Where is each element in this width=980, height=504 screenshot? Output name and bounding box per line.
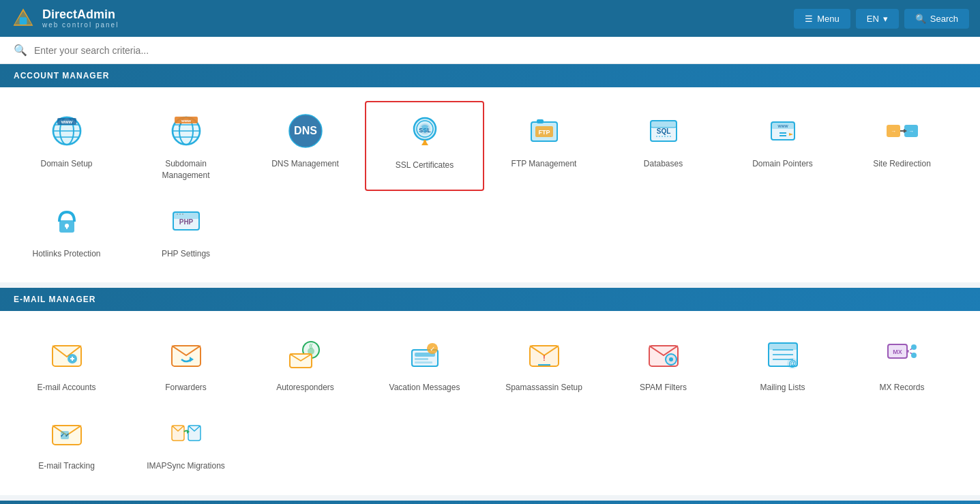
autoresponders-icon: (( [285,334,326,375]
svg-text:DNS: DNS [294,125,317,136]
imapsync-item[interactable]: IMAPSync Migrations [126,403,246,481]
vacation-label: Vacation Messages [389,382,460,394]
ssl-certificates-item[interactable]: SSL SSL Certificates [365,101,484,191]
imapsync-label: IMAPSync Migrations [147,460,225,472]
subdomain-label: SubdomainManagement [162,158,209,181]
hotlinks-label: Hotlinks Protection [32,248,100,260]
ftp-management-item[interactable]: FTP FTP Management [484,101,604,191]
svg-point-28 [424,140,426,143]
account-manager-header: ACCOUNT MANAGER [0,64,980,87]
ftp-icon: FTP [524,110,565,151]
search-button[interactable]: 🔍 Search [904,9,969,29]
hotlinks-icon [46,201,87,241]
dns-icon: DNS [285,110,326,151]
spam-filters-icon [643,334,684,375]
brand-name: DirectAdmin [42,8,119,22]
subdomain-icon: www [166,110,207,151]
search-bar: 🔍 [0,37,980,64]
ssl-label: SSL Certificates [396,160,454,171]
mailing-lists-icon: @ [762,334,803,375]
mailing-lists-label: Mailing Lists [760,382,805,394]
forwarders-icon [166,334,207,375]
search-nav-label: Search [930,14,958,24]
language-button[interactable]: EN ▾ [856,9,899,29]
svg-rect-74 [415,358,428,360]
autoresponders-label: Autoresponders [276,382,334,394]
svg-text:→: → [908,128,914,134]
navbar: DirectAdmin web control panel ☰ Menu EN … [0,0,980,37]
svg-line-95 [907,351,912,354]
email-tracking-label: E-mail Tracking [38,460,95,472]
php-icon: PHP [166,201,207,241]
navbar-right: ☰ Menu EN ▾ 🔍 Search [794,9,969,29]
svg-text:((: (( [309,343,312,349]
email-manager-section: E-MAIL MANAGER E-mail Accounts [0,288,980,495]
search-icon: 🔍 [14,44,27,57]
email-tracking-icon: ✓✓ [46,413,87,454]
hamburger-icon: ☰ [805,14,813,24]
databases-item[interactable]: SQL Databases [604,101,723,191]
email-manager-header: E-MAIL MANAGER [0,288,980,311]
svg-point-97 [911,353,917,358]
vacation-icon: ✓ [404,334,445,375]
mx-records-item[interactable]: MX MX Records [842,325,962,403]
forwarders-item[interactable]: Forwarders [126,325,246,403]
mx-records-icon: MX [882,334,923,375]
lang-label: EN [867,14,879,24]
site-redirection-icon: → → [882,110,923,151]
svg-point-84 [669,357,673,361]
search-input[interactable] [34,45,966,56]
search-nav-icon: 🔍 [915,14,926,24]
account-manager-section: ACCOUNT MANAGER www Doma [0,64,980,282]
email-accounts-label: E-mail Accounts [37,382,95,394]
domain-pointers-label: Domain Pointers [752,158,813,170]
svg-text:!: ! [543,355,545,362]
mx-records-label: MX Records [879,382,924,394]
email-accounts-icon [46,334,87,375]
svg-rect-75 [415,361,432,364]
domain-setup-label: Domain Setup [40,158,92,170]
svg-line-94 [907,349,912,351]
logo-icon [11,6,35,31]
email-tracking-item[interactable]: ✓✓ E-mail Tracking [7,403,126,481]
domain-setup-item[interactable]: www Domain Setup [7,101,126,191]
php-label: PHP Settings [162,248,210,260]
svg-rect-89 [769,343,797,350]
account-manager-body: www Domain Setup www [0,87,980,282]
email-manager-body: E-mail Accounts Forwarders [0,311,980,495]
site-redirection-label: Site Redirection [873,158,931,170]
menu-button[interactable]: ☰ Menu [794,9,850,29]
chevron-down-icon: ▾ [883,14,888,24]
svg-text:MX: MX [893,349,902,355]
subdomain-management-item[interactable]: www SubdomainManagement [126,101,246,191]
svg-text:SQL: SQL [656,128,670,135]
forwarders-label: Forwarders [165,382,207,394]
domain-pointers-item[interactable]: www Domain Pointers [723,101,842,191]
main-content: ACCOUNT MANAGER www Doma [0,64,980,504]
svg-text:FTP: FTP [538,129,550,136]
svg-rect-55 [66,226,68,229]
spamassassin-icon: ! [524,334,565,375]
svg-text:@: @ [788,359,797,368]
php-settings-item[interactable]: PHP PHP Settings [126,191,246,269]
autoresponders-item[interactable]: (( Autoresponders [246,325,365,403]
vacation-messages-item[interactable]: ✓ Vacation Messages [365,325,484,403]
spam-filters-item[interactable]: SPAM Filters [604,325,723,403]
databases-label: Databases [644,158,683,170]
domain-setup-icon: www [46,110,87,151]
hotlinks-protection-item[interactable]: Hotlinks Protection [7,191,126,269]
imapsync-icon [166,413,207,454]
svg-rect-38 [651,121,677,128]
brand-subtitle: web control panel [42,21,119,29]
svg-rect-34 [537,119,544,123]
email-accounts-item[interactable]: E-mail Accounts [7,325,126,403]
dns-management-item[interactable]: DNS DNS Management [246,101,365,191]
site-redirection-item[interactable]: → → Site Redirection [842,101,962,191]
mailing-lists-item[interactable]: @ Mailing Lists [723,325,842,403]
spamassassin-item[interactable]: ! Spamassassin Setup [484,325,604,403]
svg-text:✓✓: ✓✓ [60,432,70,439]
advanced-features-section: ADVANCED FEATURES [0,501,980,504]
menu-label: Menu [817,14,840,24]
databases-icon: SQL [643,110,684,151]
svg-point-96 [911,344,917,350]
